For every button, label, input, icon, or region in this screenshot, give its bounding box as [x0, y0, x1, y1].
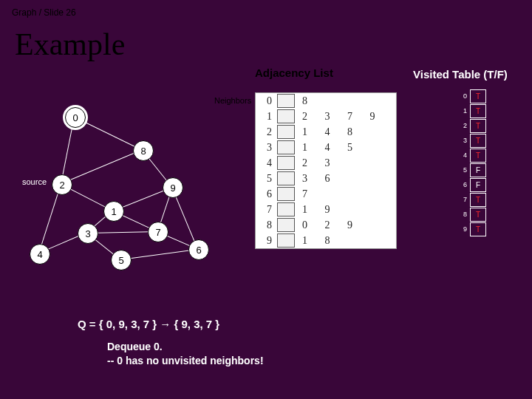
- adj-row: 12 3 7 9: [256, 109, 396, 124]
- node-3: 3: [78, 223, 98, 244]
- visited-row: 4T: [458, 148, 486, 163]
- adj-row: 71 9: [256, 202, 396, 217]
- node-5: 5: [111, 250, 132, 270]
- visited-row: 7T: [458, 192, 486, 207]
- visited-row: 0T: [458, 89, 486, 103]
- node-1: 1: [103, 201, 124, 222]
- adjacency-list: 0812 3 7 921 4 831 4 542 353 66771 980 2…: [255, 92, 397, 249]
- visited-table: 0T1T2T3T4T5F6F7T8T9T: [458, 89, 486, 236]
- queue-label: Q =: [78, 318, 99, 330]
- neighbors-label: Neighbors: [214, 96, 251, 105]
- node-0: 0: [65, 107, 86, 128]
- adj-row: 31 4 5: [256, 140, 396, 155]
- node-8: 8: [133, 140, 154, 161]
- page-title: Example: [15, 27, 125, 62]
- breadcrumb: Graph / Slide 26: [12, 7, 76, 18]
- source-label: source: [22, 177, 47, 186]
- node-7: 7: [148, 222, 168, 242]
- visited-header: Visited Table (T/F): [413, 68, 508, 81]
- dequeue-text: Dequeue 0. -- 0 has no unvisited neighbo…: [107, 340, 264, 368]
- adj-row: 21 4 8: [256, 124, 396, 140]
- adj-row: 42 3: [256, 155, 396, 171]
- visited-row: 2T: [458, 118, 486, 133]
- visited-row: 6F: [458, 177, 486, 192]
- queue-line: Q = { 0, 9, 3, 7 } → { 9, 3, 7 }: [78, 318, 219, 330]
- node-9: 9: [163, 177, 183, 198]
- adjacency-header: Adjacency List: [255, 66, 333, 79]
- visited-row: 9T: [458, 222, 486, 236]
- node-6: 6: [188, 239, 209, 260]
- adj-row: 08: [256, 93, 396, 109]
- edge: [61, 149, 143, 184]
- adj-row: 53 6: [256, 171, 396, 186]
- visited-row: 1T: [458, 103, 486, 118]
- node-4: 4: [30, 244, 50, 265]
- adj-row: 67: [256, 186, 396, 202]
- visited-row: 3T: [458, 133, 486, 148]
- visited-row: 8T: [458, 207, 486, 222]
- edge: [120, 249, 198, 260]
- node-2: 2: [52, 174, 72, 195]
- queue-text: { 0, 9, 3, 7 } → { 9, 3, 7 }: [99, 318, 219, 330]
- adj-row: 91 8: [256, 233, 396, 248]
- adj-row: 80 2 9: [256, 217, 396, 233]
- visited-row: 5F: [458, 163, 486, 177]
